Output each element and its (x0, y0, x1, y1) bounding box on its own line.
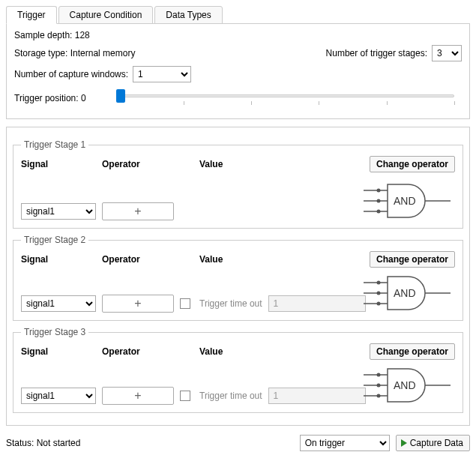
tab-trigger[interactable]: Trigger (6, 6, 57, 24)
header-value: Value (199, 254, 370, 265)
svg-point-5 (377, 210, 381, 214)
trigger-stages-select[interactable]: 3 (432, 45, 462, 61)
svg-point-19 (377, 394, 381, 398)
timeout-label: Trigger time out (199, 298, 262, 309)
header-operator: Operator (102, 159, 199, 169)
capture-button-label: Capture Data (410, 438, 463, 448)
change-operator-button[interactable]: Change operator (370, 343, 455, 360)
trigger-stages-label: Number of trigger stages: (326, 48, 427, 58)
gate-label: AND (394, 195, 416, 207)
timeout-checkbox[interactable] (180, 298, 190, 309)
add-condition-button[interactable]: + (102, 295, 174, 313)
trigger-stage-3: Trigger Stage 3 Signal Operator Value Ch… (13, 327, 463, 413)
change-operator-button[interactable]: Change operator (370, 251, 455, 268)
stage-title: Trigger Stage 2 (21, 235, 88, 245)
header-signal: Signal (21, 346, 102, 357)
config-panel: Sample depth: 128 Storage type: Internal… (6, 24, 470, 119)
capture-data-button[interactable]: Capture Data (396, 435, 470, 451)
header-value: Value (199, 159, 370, 169)
timeout-input[interactable]: 1 (268, 295, 366, 312)
trigger-mode-select[interactable]: On trigger (300, 435, 390, 451)
stage-title: Trigger Stage 3 (21, 327, 88, 337)
trigger-stage-2: Trigger Stage 2 Signal Operator Value Ch… (13, 235, 463, 321)
trigger-position-label: Trigger position: 0 (14, 93, 86, 103)
add-condition-button[interactable]: + (102, 202, 174, 220)
timeout-input[interactable]: 1 (268, 388, 366, 404)
header-operator: Operator (102, 346, 199, 357)
add-condition-button[interactable]: + (102, 387, 174, 405)
svg-point-3 (377, 189, 381, 193)
header-operator: Operator (102, 254, 199, 265)
signal-select[interactable]: signal1 (21, 295, 96, 312)
stage-title: Trigger Stage 1 (21, 139, 88, 150)
svg-point-11 (377, 292, 381, 295)
timeout-label: Trigger time out (199, 391, 262, 401)
tab-data-types[interactable]: Data Types (154, 6, 222, 24)
signal-select[interactable]: signal1 (21, 203, 96, 220)
storage-type-label: Storage type: Internal memory (14, 48, 135, 58)
svg-point-18 (377, 384, 381, 388)
svg-point-12 (377, 302, 381, 306)
gate-label: AND (394, 379, 416, 391)
gate-diagram: AND (364, 272, 454, 314)
status-label: Status: Not started (6, 438, 80, 448)
signal-select[interactable]: signal1 (21, 388, 96, 404)
play-icon (401, 439, 407, 447)
capture-windows-select[interactable]: 1 (133, 66, 191, 82)
tabs: Trigger Capture Condition Data Types (6, 6, 470, 24)
header-value: Value (199, 346, 370, 357)
gate-diagram: AND (364, 364, 454, 406)
change-operator-button[interactable]: Change operator (370, 156, 455, 172)
sample-depth-label: Sample depth: 128 (14, 30, 90, 40)
svg-point-4 (377, 199, 381, 203)
slider-thumb[interactable] (116, 89, 125, 103)
svg-point-17 (377, 373, 381, 377)
trigger-position-slider[interactable] (116, 87, 454, 109)
header-signal: Signal (21, 159, 102, 169)
tab-capture-condition[interactable]: Capture Condition (58, 6, 154, 24)
trigger-stage-1: Trigger Stage 1 Signal Operator Value Ch… (13, 139, 463, 229)
capture-windows-label: Number of capture windows: (14, 69, 128, 79)
gate-label: AND (394, 287, 416, 299)
svg-point-10 (377, 281, 381, 285)
gate-diagram: AND (364, 180, 454, 222)
stages-panel: Trigger Stage 1 Signal Operator Value Ch… (6, 127, 470, 426)
header-signal: Signal (21, 254, 102, 265)
timeout-checkbox[interactable] (180, 391, 190, 401)
footer-bar: Status: Not started On trigger Capture D… (6, 435, 470, 451)
